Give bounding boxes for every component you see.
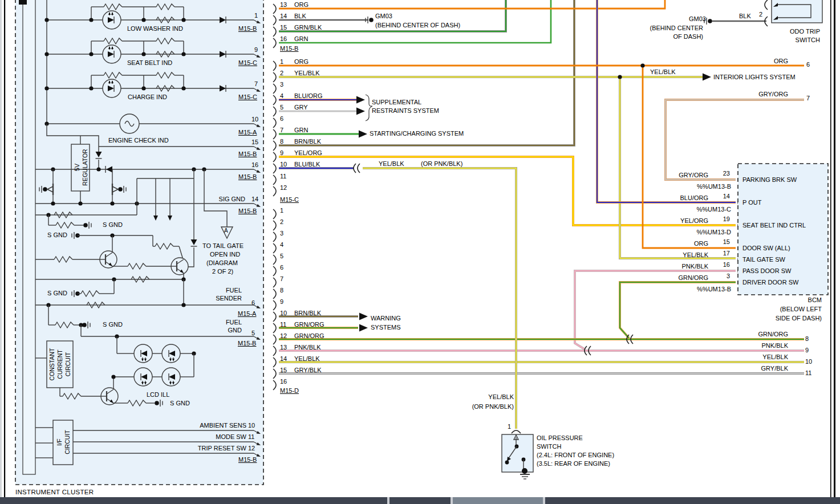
- connector-label-m15d[interactable]: M15-D: [280, 387, 299, 394]
- bcm-parking-brk-sw: PARKING BRK SW: [742, 176, 797, 183]
- window-left-edge: [0, 0, 2, 504]
- wire-color: GRY/ORG: [627, 172, 708, 178]
- label-interior-lights: INTERIOR LIGHTS SYSTEM: [713, 74, 796, 80]
- pin-num: 2: [280, 70, 283, 76]
- wires: [279, 0, 804, 429]
- label-gm03-right-loc2: OF DASH): [630, 33, 703, 40]
- pin-num: 19: [712, 216, 730, 222]
- taskbar: [0, 497, 840, 504]
- connector-label-m15b[interactable]: M15-B: [280, 45, 298, 52]
- bcm-box: [738, 164, 828, 295]
- connector-ref[interactable]: M15-B: [238, 173, 257, 180]
- label-warning-2: SYSTEMS: [371, 324, 401, 331]
- label-charging-system: STARTING/CHARGING SYSTEM: [370, 130, 464, 137]
- pin-num: 15: [280, 24, 287, 31]
- pin-num: 14: [280, 355, 287, 362]
- label-sgnd-5: S GND: [170, 400, 190, 407]
- label-oil-wire-2: (OR PNK/BLK): [457, 403, 514, 410]
- label-sig-gnd: SIG GND: [201, 196, 245, 202]
- label-tailgate-2: OPEN IND: [210, 251, 240, 258]
- wire-color: GRN: [294, 127, 308, 133]
- label-gm03-right: GM03: [662, 15, 706, 22]
- label-alt-wire-1: YEL/BLK: [379, 160, 404, 167]
- bcm-tail-gate-sw: TAIL GATE SW: [742, 256, 785, 263]
- connector-ref[interactable]: M15-B: [238, 25, 257, 32]
- wire-color: YEL/BLK: [627, 251, 708, 258]
- connector-ref[interactable]: M15-C: [238, 94, 257, 100]
- wire-color: GRN: [294, 35, 308, 42]
- odo-trip-switch-box: [772, 0, 822, 23]
- connector-ref[interactable]: M15-B: [238, 340, 256, 347]
- label-tailgate-3: (DIAGRAM: [206, 259, 238, 266]
- label-odo-2: SWITCH: [769, 36, 820, 43]
- pin-num: 3: [280, 81, 283, 88]
- pin-num: 9: [280, 298, 283, 305]
- label-sgnd-1: S GND: [103, 221, 123, 228]
- pin-num: 14: [251, 196, 258, 202]
- pin-num: 11: [280, 321, 286, 328]
- pin-num: 15: [280, 367, 287, 373]
- wire-color: GRY: [294, 104, 308, 111]
- bcm-pass-door-sw: PASS DOOR SW: [742, 267, 791, 274]
- label-fuel: FUEL: [202, 287, 242, 294]
- connector-ref[interactable]: M15-C: [238, 59, 257, 66]
- wire-color: BRN/BLK: [294, 310, 321, 316]
- pin-num: 16: [712, 261, 730, 268]
- pin-num: 3: [712, 273, 730, 279]
- connector-ref[interactable]: M15-A: [238, 129, 257, 136]
- warning-arrows: [359, 313, 368, 332]
- pin-num: 16: [280, 35, 287, 42]
- pin-num: 5: [280, 104, 283, 111]
- connector-ref[interactable]: M15-A: [238, 310, 256, 317]
- wire-color: GRN/ORG: [294, 321, 324, 328]
- taskbar-segment-active[interactable]: [453, 497, 543, 504]
- pin-num: 6: [806, 61, 810, 68]
- wire-color: GRN/ORG: [627, 274, 708, 281]
- wire-color: YEL/ORG: [627, 217, 708, 224]
- pin-num: 6: [280, 115, 283, 122]
- pin-num: 11: [248, 433, 254, 440]
- pin-num: 12: [280, 332, 287, 339]
- wire-color: GRN/BLK: [294, 24, 322, 31]
- pin-num: 10: [280, 310, 287, 316]
- label-gm03: GM03: [375, 13, 392, 19]
- label-gnd: GND: [202, 327, 242, 334]
- label-low-washer-ind: LOW WASHER IND: [127, 25, 183, 32]
- wire-color: BLU/ORG: [294, 92, 323, 99]
- wire-color: GRY/BLK: [731, 365, 788, 372]
- pin-num: 16: [251, 161, 258, 168]
- wire-color: ORG: [731, 58, 788, 64]
- bcm-p-out: P OUT: [742, 199, 761, 206]
- label-fuel: FUEL: [202, 319, 242, 326]
- connector-ref[interactable]: M15-B: [238, 208, 257, 214]
- pin-num: 7: [280, 127, 283, 133]
- bcm-loc-2: SIDE OF DASH): [736, 315, 822, 322]
- label-alt-wire-2: (OR PNK/BLK): [421, 160, 462, 167]
- label-constant-current-circuit: CONSTANT CURRENT CIRCUIT: [47, 341, 73, 388]
- connector-ref[interactable]: M15-B: [238, 151, 257, 157]
- wire-color: YEL/BLK: [294, 70, 320, 76]
- pin-num: 8: [280, 138, 283, 145]
- label-5v-regulator: 5V REGULATOR: [71, 144, 90, 191]
- label-oil-3: (2.4L: FRONT OF ENGINE): [537, 452, 614, 458]
- ccc-line-2: CURRENT: [56, 341, 64, 388]
- bcm-door-sw-all: DOOR SW (ALL): [742, 245, 790, 251]
- pin-num: 10: [248, 422, 255, 429]
- connector-ref: %%UM13-B: [667, 183, 731, 190]
- wire-color: BLU/BLK: [294, 161, 320, 168]
- srs-arrows: [356, 95, 372, 121]
- if-line-2: CIRCUIT: [63, 420, 71, 465]
- label-oil-4: (3.5L: REAR OF ENGINE): [537, 460, 610, 467]
- connector-label-m15c[interactable]: M15-C: [280, 196, 299, 203]
- oil-pressure-switch-box: [502, 434, 533, 479]
- pin-num: 9: [254, 46, 258, 53]
- pin-num: 4: [280, 92, 283, 99]
- wire-org-m15b-13: [279, 0, 665, 9]
- pin-num: 2: [280, 218, 283, 225]
- ccc-line-3: CIRCUIT: [64, 341, 72, 388]
- bcm-driver-door-sw: DRIVER DOOR SW: [742, 279, 798, 286]
- connector-ref[interactable]: M15-B: [238, 456, 257, 463]
- pin-num: 1: [508, 423, 511, 430]
- if-line-1: I/F: [55, 420, 63, 465]
- wire-color: BRN/BLK: [294, 138, 321, 145]
